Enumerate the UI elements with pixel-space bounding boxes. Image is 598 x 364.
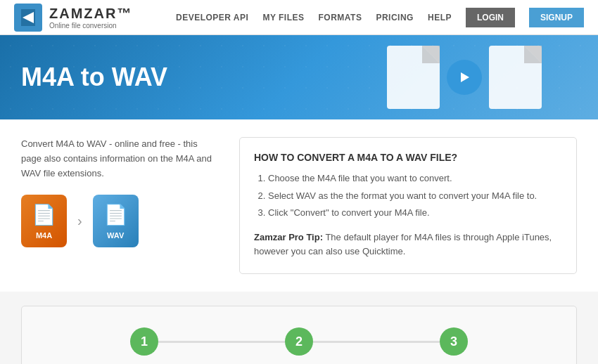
m4a-label: M4A	[36, 231, 52, 240]
header: ZAMZAR™ Online file conversion DEVELOPER…	[0, 0, 598, 35]
play-button-hero	[447, 60, 482, 95]
m4a-icon: 📄 M4A	[21, 195, 67, 247]
logo-text-area: ZAMZAR™ Online file conversion	[49, 6, 132, 30]
intro-description: Convert M4A to WAV - online and free - t…	[21, 137, 218, 181]
wav-label: WAV	[107, 231, 124, 240]
nav-my-files[interactable]: MY FILES	[262, 13, 304, 22]
info-title: HOW TO CONVERT A M4A TO A WAV FILE?	[254, 152, 562, 163]
step-line-1	[158, 341, 285, 343]
logo-icon	[14, 4, 42, 32]
m4a-doc-symbol: 📄	[32, 203, 56, 226]
nav-formats[interactable]: FORMATS	[319, 13, 362, 22]
hero-icons	[387, 46, 542, 109]
step-line-2	[313, 341, 440, 343]
steps-bar: 1 2 3	[43, 327, 555, 356]
step-circle-1: 1	[130, 327, 158, 356]
main-content: Convert M4A to WAV - online and free - t…	[0, 119, 598, 292]
left-section: Convert M4A to WAV - online and free - t…	[21, 137, 218, 247]
info-box: HOW TO CONVERT A M4A TO A WAV FILE? Choo…	[239, 137, 577, 274]
svg-marker-6	[461, 72, 469, 82]
conversion-icons: 📄 M4A › 📄 WAV	[21, 195, 218, 247]
converter-section: 1 2 3 ⬆ Add Files... Drag & drop files, …	[21, 306, 577, 364]
step-circle-3: 3	[440, 327, 468, 356]
info-steps: Choose the M4A file that you want to con…	[254, 171, 562, 220]
nav-pricing[interactable]: PRICING	[376, 13, 414, 22]
nav-developer-api[interactable]: DEVELOPER API	[176, 13, 248, 22]
hero-file-icon	[387, 46, 440, 109]
logo-subtitle: Online file conversion	[49, 22, 132, 30]
info-step-2: Select WAV as the the format you want to…	[268, 189, 562, 203]
signup-button[interactable]: SIGNUP	[529, 8, 584, 27]
nav-area: DEVELOPER API MY FILES FORMATS PRICING H…	[176, 8, 584, 27]
step-circle-2: 2	[285, 327, 313, 356]
hero-banner: M4A to WAV	[0, 35, 598, 119]
pro-tip: Zamzar Pro Tip: The default player for M…	[254, 230, 562, 260]
nav-help[interactable]: HELP	[428, 13, 452, 22]
info-step-1: Choose the M4A file that you want to con…	[268, 171, 562, 186]
hero-file-icon-2	[489, 46, 542, 109]
pro-tip-bold: Zamzar Pro Tip:	[254, 232, 323, 242]
hero-title: M4A to WAV	[21, 63, 167, 92]
logo-area: ZAMZAR™ Online file conversion	[14, 4, 132, 32]
arrow-icon: ›	[77, 213, 82, 229]
info-step-3: Click "Convert" to convert your M4A file…	[268, 206, 562, 220]
wav-doc-symbol: 📄	[103, 203, 128, 226]
logo-brand: ZAMZAR™	[49, 6, 132, 22]
wav-icon: 📄 WAV	[93, 195, 139, 247]
login-button[interactable]: LOGIN	[466, 8, 515, 27]
content-layout: Convert M4A to WAV - online and free - t…	[21, 137, 577, 274]
